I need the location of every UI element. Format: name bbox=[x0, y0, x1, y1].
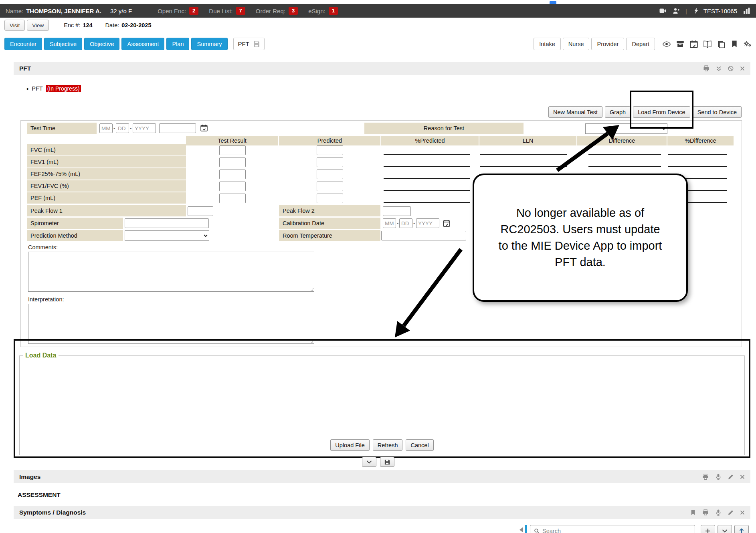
test-result-input[interactable] bbox=[219, 170, 246, 179]
stage-depart-button[interactable]: Depart bbox=[626, 38, 655, 50]
print-icon[interactable] bbox=[702, 509, 709, 516]
view-button[interactable]: View bbox=[27, 20, 49, 31]
partial-browser-icon bbox=[550, 1, 556, 4]
collapse-icon[interactable] bbox=[716, 66, 722, 71]
print-icon[interactable] bbox=[702, 474, 709, 480]
room-temperature-input[interactable] bbox=[381, 231, 466, 240]
add-person-icon[interactable] bbox=[673, 7, 680, 14]
predicted-input[interactable] bbox=[317, 145, 343, 155]
spirometer-input[interactable] bbox=[125, 218, 209, 228]
test-result-input[interactable] bbox=[219, 182, 246, 191]
save-section-button[interactable] bbox=[380, 457, 394, 467]
test-time-year-input[interactable] bbox=[133, 123, 156, 133]
stage-nurse-button[interactable]: Nurse bbox=[563, 38, 590, 50]
order-req-badge[interactable]: 3 bbox=[289, 7, 298, 15]
order-req-label: Order Req: bbox=[256, 8, 285, 14]
book-icon[interactable] bbox=[703, 40, 712, 48]
cancel-button[interactable]: Cancel bbox=[406, 439, 433, 451]
search-input[interactable] bbox=[542, 528, 691, 533]
bookmark-icon[interactable] bbox=[731, 40, 738, 48]
calendar-icon[interactable] bbox=[200, 124, 208, 131]
search-box[interactable] bbox=[530, 525, 695, 533]
reason-for-test-label: Reason for Test bbox=[364, 123, 524, 134]
new-manual-test-button[interactable]: New Manual Test bbox=[548, 106, 602, 118]
gears-icon[interactable] bbox=[744, 40, 752, 48]
upload-file-button[interactable]: Upload File bbox=[330, 439, 369, 451]
peak-flow-1-input[interactable] bbox=[188, 206, 213, 216]
refresh-button[interactable]: Refresh bbox=[373, 439, 403, 451]
pft-actions: New Manual Test Graph Load From Device S… bbox=[548, 106, 742, 118]
disable-icon[interactable] bbox=[728, 66, 734, 71]
microphone-icon[interactable] bbox=[715, 509, 722, 516]
open-enc-badge[interactable]: 2 bbox=[189, 7, 198, 15]
nav-objective-button[interactable]: Objective bbox=[84, 38, 119, 50]
save-icon[interactable] bbox=[253, 41, 260, 47]
test-time-label: Test Time bbox=[27, 123, 97, 134]
predicted-input[interactable] bbox=[317, 170, 343, 179]
stage-intake-button[interactable]: Intake bbox=[534, 38, 561, 50]
bookmark-icon[interactable] bbox=[690, 510, 696, 515]
esign-badge[interactable]: 1 bbox=[329, 7, 338, 15]
predicted-input[interactable] bbox=[317, 157, 343, 167]
peak-flow-2-input[interactable] bbox=[383, 206, 411, 216]
test-result-input[interactable] bbox=[219, 145, 246, 155]
scroll-top-button[interactable] bbox=[734, 525, 749, 533]
nav-encounter-button[interactable]: Encounter bbox=[4, 38, 42, 50]
pft-section-header: PFT bbox=[14, 62, 750, 75]
scroll-left-icon[interactable] bbox=[519, 527, 524, 532]
graph-button[interactable]: Graph bbox=[605, 106, 631, 118]
edit-icon[interactable] bbox=[728, 474, 734, 480]
calibration-date-label: Calibration Date bbox=[279, 218, 380, 229]
prediction-method-select[interactable] bbox=[125, 230, 209, 241]
video-camera-icon[interactable] bbox=[659, 7, 667, 14]
pft-header-icons bbox=[703, 65, 745, 72]
predicted-input[interactable] bbox=[317, 182, 343, 191]
images-section-header: Images bbox=[14, 470, 750, 483]
calibration-year-input[interactable] bbox=[416, 218, 439, 228]
due-list-badge[interactable]: 7 bbox=[236, 7, 245, 15]
stage-provider-button[interactable]: Provider bbox=[591, 38, 624, 50]
print-icon[interactable] bbox=[703, 65, 710, 72]
lln-line bbox=[480, 154, 567, 155]
nav-summary-button[interactable]: Summary bbox=[191, 38, 227, 50]
test-result-input[interactable] bbox=[219, 194, 246, 203]
calibration-month-input[interactable] bbox=[383, 218, 396, 228]
comments-textarea[interactable] bbox=[28, 252, 314, 292]
test-time-month-input[interactable] bbox=[99, 123, 113, 133]
archive-icon[interactable] bbox=[676, 40, 684, 48]
microphone-icon[interactable] bbox=[715, 474, 722, 480]
tab-pft[interactable]: PFT bbox=[233, 38, 265, 50]
calendar-icon[interactable] bbox=[443, 220, 450, 227]
add-button[interactable] bbox=[701, 525, 715, 533]
collapse-section-button[interactable] bbox=[362, 457, 376, 467]
lightning-icon[interactable] bbox=[693, 8, 699, 14]
pft-list-item[interactable]: • PFT (In Progress) bbox=[26, 85, 81, 92]
send-to-device-button[interactable]: Send to Device bbox=[693, 106, 742, 118]
interpretation-textarea[interactable] bbox=[28, 304, 314, 344]
pft-item-label[interactable]: PFT bbox=[32, 85, 42, 92]
close-icon[interactable] bbox=[740, 66, 745, 71]
test-time-time-input[interactable] bbox=[159, 123, 196, 133]
nav-plan-button[interactable]: Plan bbox=[166, 38, 189, 50]
test-time-day-input[interactable] bbox=[116, 123, 129, 133]
load-from-device-button[interactable]: Load From Device bbox=[633, 106, 690, 118]
symptoms-toolbar bbox=[0, 524, 756, 533]
collapse-button[interactable] bbox=[718, 525, 732, 533]
date-label: Date: bbox=[105, 22, 119, 28]
edit-icon[interactable] bbox=[728, 510, 734, 515]
nav-assessment-button[interactable]: Assessment bbox=[121, 38, 164, 50]
close-icon[interactable] bbox=[740, 510, 745, 515]
date-dash: - bbox=[113, 125, 115, 131]
calibration-day-input[interactable] bbox=[399, 218, 412, 228]
calendar-icon[interactable] bbox=[690, 40, 698, 48]
visit-button[interactable]: Visit bbox=[4, 20, 25, 31]
test-result-input[interactable] bbox=[219, 157, 246, 167]
main-toolbar: Encounter Subjective Objective Assessmen… bbox=[0, 33, 756, 55]
reason-for-test-select[interactable] bbox=[585, 123, 667, 134]
copy-icon[interactable] bbox=[717, 40, 725, 48]
close-icon[interactable] bbox=[740, 474, 745, 479]
bar-chart-icon[interactable] bbox=[743, 7, 750, 14]
nav-subjective-button[interactable]: Subjective bbox=[44, 38, 82, 50]
eye-icon[interactable] bbox=[663, 40, 671, 48]
predicted-input[interactable] bbox=[317, 194, 343, 203]
